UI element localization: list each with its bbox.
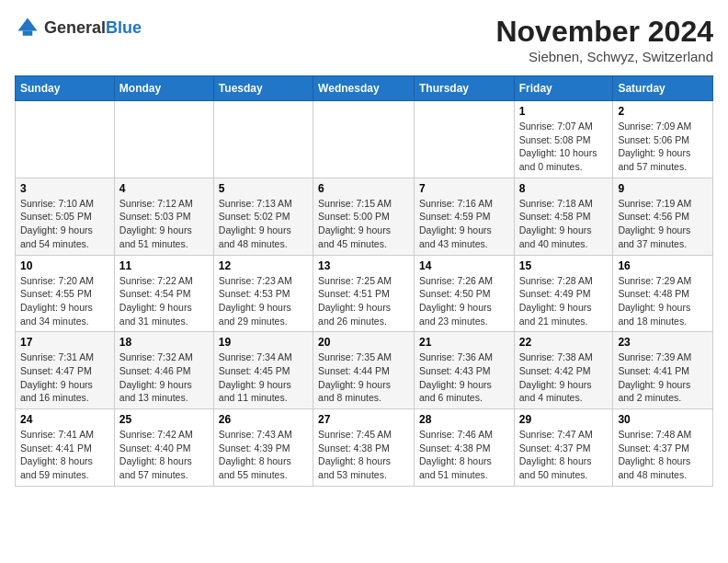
calendar-week-row: 3Sunrise: 7:10 AM Sunset: 5:05 PM Daylig… xyxy=(16,178,713,255)
calendar-cell: 23Sunrise: 7:39 AM Sunset: 4:41 PM Dayli… xyxy=(613,332,713,409)
calendar-header-row: SundayMondayTuesdayWednesdayThursdayFrid… xyxy=(16,76,713,101)
day-info: Sunrise: 7:39 AM Sunset: 4:41 PM Dayligh… xyxy=(618,350,708,405)
day-info: Sunrise: 7:43 AM Sunset: 4:39 PM Dayligh… xyxy=(219,428,308,482)
day-number: 5 xyxy=(219,182,308,195)
day-info: Sunrise: 7:15 AM Sunset: 5:00 PM Dayligh… xyxy=(318,197,409,251)
calendar-cell: 19Sunrise: 7:34 AM Sunset: 4:45 PM Dayli… xyxy=(213,332,313,409)
logo: GeneralBlue xyxy=(15,15,142,40)
day-info: Sunrise: 7:07 AM Sunset: 5:08 PM Dayligh… xyxy=(519,120,609,174)
day-of-week-header: Saturday xyxy=(613,76,713,101)
day-number: 11 xyxy=(119,259,209,272)
day-info: Sunrise: 7:09 AM Sunset: 5:06 PM Dayligh… xyxy=(618,120,708,174)
calendar-cell: 9Sunrise: 7:19 AM Sunset: 4:56 PM Daylig… xyxy=(613,178,713,255)
day-info: Sunrise: 7:18 AM Sunset: 4:58 PM Dayligh… xyxy=(519,197,609,251)
day-number: 29 xyxy=(519,413,609,426)
calendar-cell: 10Sunrise: 7:20 AM Sunset: 4:55 PM Dayli… xyxy=(16,255,115,332)
day-number: 26 xyxy=(219,413,308,426)
page-header: GeneralBlue November 2024 Siebnen, Schwy… xyxy=(15,15,713,64)
calendar-cell: 24Sunrise: 7:41 AM Sunset: 4:41 PM Dayli… xyxy=(16,409,115,487)
calendar-cell xyxy=(16,101,115,178)
day-of-week-header: Thursday xyxy=(414,76,514,101)
calendar-cell xyxy=(414,101,514,178)
svg-marker-0 xyxy=(18,18,38,31)
calendar-cell: 14Sunrise: 7:26 AM Sunset: 4:50 PM Dayli… xyxy=(414,255,514,332)
day-number: 2 xyxy=(618,105,708,118)
day-number: 1 xyxy=(519,105,609,118)
day-of-week-header: Wednesday xyxy=(313,76,415,101)
calendar-cell xyxy=(114,101,213,178)
day-number: 4 xyxy=(119,182,209,195)
calendar-cell: 17Sunrise: 7:31 AM Sunset: 4:47 PM Dayli… xyxy=(16,332,115,409)
day-number: 28 xyxy=(419,413,509,426)
day-info: Sunrise: 7:41 AM Sunset: 4:41 PM Dayligh… xyxy=(20,428,109,482)
day-info: Sunrise: 7:29 AM Sunset: 4:48 PM Dayligh… xyxy=(618,274,708,328)
calendar-cell xyxy=(213,101,313,178)
day-info: Sunrise: 7:26 AM Sunset: 4:50 PM Dayligh… xyxy=(419,274,509,328)
title-area: November 2024 Siebnen, Schwyz, Switzerla… xyxy=(495,15,713,64)
day-info: Sunrise: 7:19 AM Sunset: 4:56 PM Dayligh… xyxy=(618,197,708,251)
calendar-cell: 28Sunrise: 7:46 AM Sunset: 4:38 PM Dayli… xyxy=(414,409,514,487)
day-number: 21 xyxy=(419,336,509,349)
day-number: 17 xyxy=(20,336,109,349)
day-number: 22 xyxy=(519,336,609,349)
calendar-week-row: 17Sunrise: 7:31 AM Sunset: 4:47 PM Dayli… xyxy=(16,332,713,409)
calendar-cell: 21Sunrise: 7:36 AM Sunset: 4:43 PM Dayli… xyxy=(414,332,514,409)
day-info: Sunrise: 7:12 AM Sunset: 5:03 PM Dayligh… xyxy=(119,197,209,251)
day-number: 3 xyxy=(20,182,109,195)
day-number: 25 xyxy=(119,413,209,426)
day-info: Sunrise: 7:20 AM Sunset: 4:55 PM Dayligh… xyxy=(20,274,109,328)
calendar-cell: 2Sunrise: 7:09 AM Sunset: 5:06 PM Daylig… xyxy=(613,101,713,178)
calendar-cell: 27Sunrise: 7:45 AM Sunset: 4:38 PM Dayli… xyxy=(313,409,415,487)
day-info: Sunrise: 7:16 AM Sunset: 4:59 PM Dayligh… xyxy=(419,197,509,251)
logo-text-blue: Blue xyxy=(106,18,142,37)
calendar-cell: 26Sunrise: 7:43 AM Sunset: 4:39 PM Dayli… xyxy=(213,409,313,487)
calendar-cell: 15Sunrise: 7:28 AM Sunset: 4:49 PM Dayli… xyxy=(514,255,613,332)
calendar-week-row: 1Sunrise: 7:07 AM Sunset: 5:08 PM Daylig… xyxy=(16,101,713,178)
day-number: 24 xyxy=(20,413,109,426)
calendar-cell: 8Sunrise: 7:18 AM Sunset: 4:58 PM Daylig… xyxy=(514,178,613,255)
calendar-cell: 6Sunrise: 7:15 AM Sunset: 5:00 PM Daylig… xyxy=(313,178,415,255)
day-number: 8 xyxy=(519,182,609,195)
day-info: Sunrise: 7:13 AM Sunset: 5:02 PM Dayligh… xyxy=(219,197,308,251)
calendar-cell: 22Sunrise: 7:38 AM Sunset: 4:42 PM Dayli… xyxy=(514,332,613,409)
calendar-week-row: 24Sunrise: 7:41 AM Sunset: 4:41 PM Dayli… xyxy=(16,409,713,487)
day-number: 12 xyxy=(219,259,308,272)
calendar-cell: 30Sunrise: 7:48 AM Sunset: 4:37 PM Dayli… xyxy=(613,409,713,487)
day-info: Sunrise: 7:28 AM Sunset: 4:49 PM Dayligh… xyxy=(519,274,609,328)
calendar-cell: 16Sunrise: 7:29 AM Sunset: 4:48 PM Dayli… xyxy=(613,255,713,332)
day-info: Sunrise: 7:34 AM Sunset: 4:45 PM Dayligh… xyxy=(219,350,308,405)
calendar-cell: 18Sunrise: 7:32 AM Sunset: 4:46 PM Dayli… xyxy=(114,332,213,409)
day-info: Sunrise: 7:47 AM Sunset: 4:37 PM Dayligh… xyxy=(519,428,609,482)
day-number: 18 xyxy=(119,336,209,349)
day-number: 15 xyxy=(519,259,609,272)
day-of-week-header: Monday xyxy=(114,76,213,101)
logo-text-general: General xyxy=(44,18,106,37)
calendar-cell: 4Sunrise: 7:12 AM Sunset: 5:03 PM Daylig… xyxy=(114,178,213,255)
calendar-cell: 5Sunrise: 7:13 AM Sunset: 5:02 PM Daylig… xyxy=(213,178,313,255)
day-info: Sunrise: 7:46 AM Sunset: 4:38 PM Dayligh… xyxy=(419,428,509,482)
calendar-cell: 3Sunrise: 7:10 AM Sunset: 5:05 PM Daylig… xyxy=(16,178,115,255)
day-of-week-header: Friday xyxy=(514,76,613,101)
day-number: 30 xyxy=(618,413,708,426)
location-subtitle: Siebnen, Schwyz, Switzerland xyxy=(495,49,713,64)
calendar-cell: 1Sunrise: 7:07 AM Sunset: 5:08 PM Daylig… xyxy=(514,101,613,178)
calendar-cell xyxy=(313,101,415,178)
logo-icon xyxy=(15,15,40,40)
calendar-cell: 7Sunrise: 7:16 AM Sunset: 4:59 PM Daylig… xyxy=(414,178,514,255)
calendar-cell: 20Sunrise: 7:35 AM Sunset: 4:44 PM Dayli… xyxy=(313,332,415,409)
calendar-table: SundayMondayTuesdayWednesdayThursdayFrid… xyxy=(15,75,713,487)
day-number: 16 xyxy=(618,259,708,272)
calendar-cell: 25Sunrise: 7:42 AM Sunset: 4:40 PM Dayli… xyxy=(114,409,213,487)
day-info: Sunrise: 7:35 AM Sunset: 4:44 PM Dayligh… xyxy=(318,350,409,405)
day-info: Sunrise: 7:10 AM Sunset: 5:05 PM Dayligh… xyxy=(20,197,109,251)
calendar-cell: 12Sunrise: 7:23 AM Sunset: 4:53 PM Dayli… xyxy=(213,255,313,332)
day-number: 9 xyxy=(618,182,708,195)
day-number: 14 xyxy=(419,259,509,272)
day-info: Sunrise: 7:25 AM Sunset: 4:51 PM Dayligh… xyxy=(318,274,409,328)
day-number: 6 xyxy=(318,182,409,195)
day-info: Sunrise: 7:36 AM Sunset: 4:43 PM Dayligh… xyxy=(419,350,509,405)
day-of-week-header: Sunday xyxy=(16,76,115,101)
day-info: Sunrise: 7:32 AM Sunset: 4:46 PM Dayligh… xyxy=(119,350,209,405)
day-info: Sunrise: 7:23 AM Sunset: 4:53 PM Dayligh… xyxy=(219,274,308,328)
day-number: 27 xyxy=(318,413,409,426)
